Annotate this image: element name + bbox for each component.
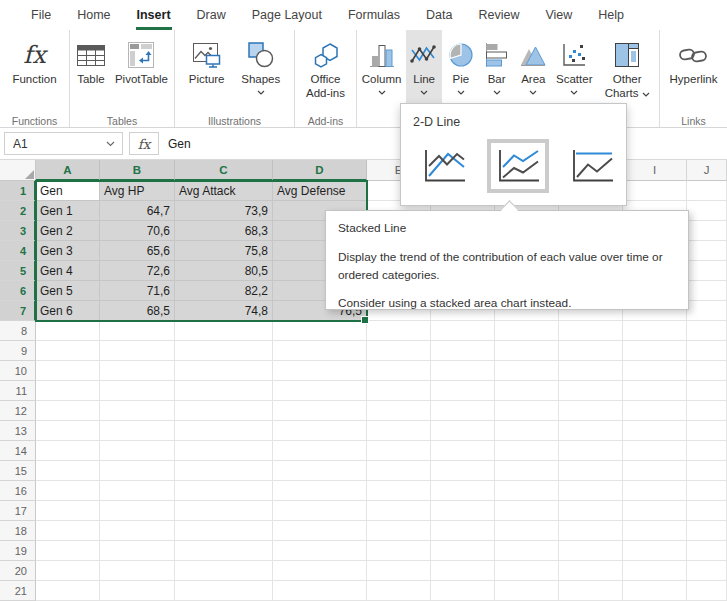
cell-E15[interactable] xyxy=(367,461,431,481)
cell-J19[interactable] xyxy=(687,541,727,561)
cell-C7[interactable]: 74,8 xyxy=(175,301,273,321)
pivottable-button[interactable]: PivotTable xyxy=(112,30,171,114)
cell-H9[interactable] xyxy=(559,341,623,361)
cell-J1[interactable] xyxy=(687,181,727,201)
cell-A12[interactable] xyxy=(36,401,100,421)
cell-B4[interactable]: 65,6 xyxy=(100,241,175,261)
function-button[interactable]: fx Function xyxy=(9,30,59,114)
cell-G11[interactable] xyxy=(495,381,559,401)
cell-E19[interactable] xyxy=(367,541,431,561)
cell-I8[interactable] xyxy=(623,321,687,341)
cell-E14[interactable] xyxy=(367,441,431,461)
cell-C19[interactable] xyxy=(175,541,273,561)
cell-I15[interactable] xyxy=(623,461,687,481)
row-header-18[interactable]: 18 xyxy=(0,521,36,541)
cell-A8[interactable] xyxy=(36,321,100,341)
cell-C13[interactable] xyxy=(175,421,273,441)
cell-C8[interactable] xyxy=(175,321,273,341)
row-header-14[interactable]: 14 xyxy=(0,441,36,461)
cell-A11[interactable] xyxy=(36,381,100,401)
cell-F21[interactable] xyxy=(431,581,495,601)
cell-J2[interactable] xyxy=(687,201,727,221)
cell-F14[interactable] xyxy=(431,441,495,461)
cell-I21[interactable] xyxy=(623,581,687,601)
cell-E16[interactable] xyxy=(367,481,431,501)
cell-F16[interactable] xyxy=(431,481,495,501)
cell-B5[interactable]: 72,6 xyxy=(100,261,175,281)
cell-E20[interactable] xyxy=(367,561,431,581)
hyperlink-button[interactable]: Hyperlink xyxy=(667,30,721,114)
cell-J18[interactable] xyxy=(687,521,727,541)
cell-A7[interactable]: Gen 6 xyxy=(36,301,100,321)
cell-G13[interactable] xyxy=(495,421,559,441)
cell-A10[interactable] xyxy=(36,361,100,381)
cell-J4[interactable] xyxy=(687,241,727,261)
cell-J5[interactable] xyxy=(687,261,727,281)
cell-E17[interactable] xyxy=(367,501,431,521)
cell-C10[interactable] xyxy=(175,361,273,381)
cell-H11[interactable] xyxy=(559,381,623,401)
cell-F10[interactable] xyxy=(431,361,495,381)
cell-B6[interactable]: 71,6 xyxy=(100,281,175,301)
row-header-16[interactable]: 16 xyxy=(0,481,36,501)
cell-A5[interactable]: Gen 4 xyxy=(36,261,100,281)
select-all-corner[interactable] xyxy=(0,160,36,181)
cell-J16[interactable] xyxy=(687,481,727,501)
cell-C16[interactable] xyxy=(175,481,273,501)
cell-H15[interactable] xyxy=(559,461,623,481)
cell-I13[interactable] xyxy=(623,421,687,441)
cell-B1[interactable]: Avg HP xyxy=(100,181,175,201)
cell-H8[interactable] xyxy=(559,321,623,341)
cell-B19[interactable] xyxy=(100,541,175,561)
row-header-19[interactable]: 19 xyxy=(0,541,36,561)
cell-A21[interactable] xyxy=(36,581,100,601)
cell-D21[interactable] xyxy=(273,581,367,601)
cell-J3[interactable] xyxy=(687,221,727,241)
cell-I14[interactable] xyxy=(623,441,687,461)
row-header-5[interactable]: 5 xyxy=(0,261,36,281)
cell-C3[interactable]: 68,3 xyxy=(175,221,273,241)
row-header-9[interactable]: 9 xyxy=(0,341,36,361)
scatter-chart-button[interactable]: Scatter xyxy=(553,30,595,114)
cell-J7[interactable] xyxy=(687,301,727,321)
cell-I12[interactable] xyxy=(623,401,687,421)
cell-J8[interactable] xyxy=(687,321,727,341)
office-addins-button[interactable]: Office Add-ins xyxy=(296,30,356,114)
row-header-7[interactable]: 7 xyxy=(0,301,36,321)
cell-A6[interactable]: Gen 5 xyxy=(36,281,100,301)
cell-A18[interactable] xyxy=(36,521,100,541)
cell-F20[interactable] xyxy=(431,561,495,581)
cell-B21[interactable] xyxy=(100,581,175,601)
cell-E9[interactable] xyxy=(367,341,431,361)
cell-I19[interactable] xyxy=(623,541,687,561)
menu-tab-draw[interactable]: Draw xyxy=(184,0,239,30)
cell-D12[interactable] xyxy=(273,401,367,421)
menu-tab-review[interactable]: Review xyxy=(465,0,532,30)
cell-C2[interactable]: 73,9 xyxy=(175,201,273,221)
cell-B7[interactable]: 68,5 xyxy=(100,301,175,321)
cell-I1[interactable] xyxy=(623,181,687,201)
cell-G21[interactable] xyxy=(495,581,559,601)
line-chart-button[interactable]: Line xyxy=(406,30,442,114)
cell-C21[interactable] xyxy=(175,581,273,601)
picture-button[interactable]: Picture xyxy=(186,30,228,114)
cell-G9[interactable] xyxy=(495,341,559,361)
cell-C14[interactable] xyxy=(175,441,273,461)
cell-B8[interactable] xyxy=(100,321,175,341)
row-header-3[interactable]: 3 xyxy=(0,221,36,241)
cell-D14[interactable] xyxy=(273,441,367,461)
cell-F18[interactable] xyxy=(431,521,495,541)
row-header-17[interactable]: 17 xyxy=(0,501,36,521)
cell-C18[interactable] xyxy=(175,521,273,541)
row-header-6[interactable]: 6 xyxy=(0,281,36,301)
cell-B20[interactable] xyxy=(100,561,175,581)
cell-B12[interactable] xyxy=(100,401,175,421)
cell-H17[interactable] xyxy=(559,501,623,521)
name-box[interactable]: A1 xyxy=(4,132,123,155)
column-header-A[interactable]: A xyxy=(36,160,100,181)
cell-C20[interactable] xyxy=(175,561,273,581)
cell-H10[interactable] xyxy=(559,361,623,381)
menu-tab-file[interactable]: File xyxy=(18,0,64,30)
cell-G17[interactable] xyxy=(495,501,559,521)
chart-type-line[interactable] xyxy=(413,139,475,193)
